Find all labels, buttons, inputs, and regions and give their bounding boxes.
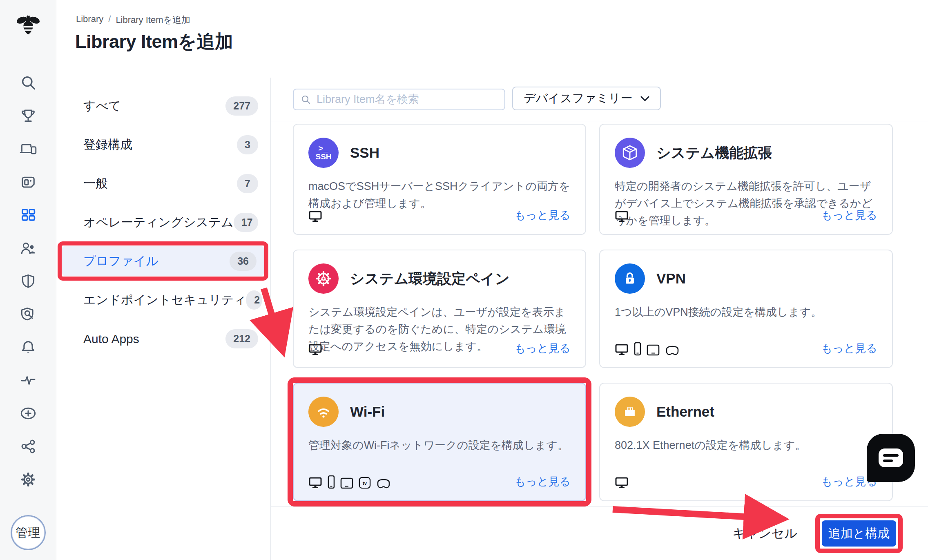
device-family-icons — [308, 210, 322, 223]
breadcrumb-parent[interactable]: Library — [76, 14, 103, 26]
sidebar-item-notifications[interactable] — [19, 339, 37, 355]
mac-icon — [308, 344, 322, 356]
sidebar-item-achievements[interactable] — [19, 107, 37, 124]
nav-label: 登録構成 — [83, 136, 132, 153]
icon-rail: 管理 — [0, 0, 56, 560]
ipad-icon — [340, 477, 353, 489]
sidebar-item-security[interactable] — [19, 273, 37, 289]
sidebar-item-library[interactable] — [19, 207, 37, 223]
nav-item-all[interactable]: すべて 277 — [56, 87, 270, 125]
chat-bubble-icon — [879, 448, 903, 467]
card-title: Ethernet — [656, 404, 714, 420]
ethernet-icon — [615, 397, 645, 427]
chat-launcher[interactable] — [867, 434, 915, 482]
admin-avatar-label: 管理 — [16, 524, 40, 541]
card-title: SSH — [350, 145, 379, 161]
card-preference-panes[interactable]: システム環境設定ペイン システム環境設定ペインは、ユーザが設定を表示または変更す… — [293, 250, 586, 368]
card-description: 802.1X Ethernetの設定を構成します。 — [615, 437, 877, 454]
device-family-icons — [615, 477, 629, 489]
count-badge: 3 — [237, 135, 258, 154]
card-title: Wi-Fi — [350, 404, 385, 420]
count-badge: 17 — [234, 213, 258, 232]
vision-pro-icon — [665, 345, 680, 356]
card-system-extensions[interactable]: システム機能拡張 特定の開発者のシステム機能拡張を許可し、ユーザがデバイス上でシ… — [599, 124, 893, 235]
card-wifi[interactable]: Wi-Fi 管理対象のWi-Fiネットワークの設定を構成します。 もっと見る — [293, 383, 586, 501]
sidebar-item-devices[interactable] — [19, 141, 37, 157]
shield-icon — [21, 274, 36, 288]
device-family-icons — [308, 475, 391, 489]
app-window: tv — [0, 0, 928, 560]
nav-item-profiles[interactable]: プロファイル 36 — [62, 246, 264, 276]
nav-item-os[interactable]: オペレーティングシステム 17 — [56, 203, 270, 242]
card-ssh[interactable]: >_ SSH SSH macOSでSSHサーバーとSSHクライアントの両方を構成… — [293, 124, 586, 235]
apple-tv-icon — [359, 477, 371, 489]
mac-icon — [615, 210, 629, 223]
card-vpn[interactable]: VPN 1つ以上のVPN接続の設定を構成します。 もっと見る — [599, 250, 893, 368]
activity-icon — [20, 373, 36, 387]
sidebar-item-search[interactable] — [19, 74, 37, 91]
nav-label: 一般 — [83, 175, 108, 192]
breadcrumb-current: Library Itemを追加 — [116, 14, 190, 26]
card-description: macOSでSSHサーバーとSSHクライアントの両方を構成および管理します。 — [308, 178, 571, 212]
sidebar-item-threat[interactable] — [19, 306, 37, 322]
preferences-gear-icon — [308, 263, 339, 294]
sidebar-item-blueprints[interactable] — [19, 174, 37, 190]
library-items-grid: >_ SSH SSH macOSでSSHサーバーとSSHクライアントの両方を構成… — [271, 121, 928, 506]
category-nav: すべて 277 登録構成 3 一般 7 オペレーティングシステム 17 プロファ… — [56, 78, 271, 560]
ssh-terminal-icon: >_ SSH — [308, 138, 339, 168]
content-area: デバイスファミリー >_ SSH SSH macOSでSS — [271, 78, 928, 560]
mac-icon — [615, 344, 629, 356]
card-title: VPN — [656, 270, 686, 287]
library-grid-icon — [20, 207, 36, 223]
toolbar: デバイスファミリー — [271, 78, 928, 121]
search-box[interactable] — [293, 89, 505, 110]
device-family-icons — [308, 344, 322, 356]
kandji-bee-logo[interactable] — [17, 14, 40, 36]
sidebar-item-add[interactable] — [19, 405, 37, 422]
sidebar-item-settings[interactable] — [19, 471, 37, 488]
nav-label: エンドポイントセキュリティ — [83, 292, 246, 308]
admin-avatar[interactable]: 管理 — [11, 515, 46, 550]
vision-pro-icon — [376, 478, 391, 489]
nav-item-general[interactable]: 一般 7 — [56, 164, 270, 203]
nav-item-enrollment[interactable]: 登録構成 3 — [56, 125, 270, 164]
threat-shield-icon — [20, 307, 36, 321]
nav-item-auto-apps[interactable]: Auto Apps 212 — [56, 319, 270, 358]
add-and-configure-button[interactable]: 追加と構成 — [822, 520, 896, 547]
see-more-link[interactable]: もっと見る — [821, 208, 877, 223]
device-family-filter[interactable]: デバイスファミリー — [512, 87, 661, 110]
nav-label: Auto Apps — [83, 332, 139, 346]
count-badge: 2 — [246, 290, 262, 310]
see-more-link[interactable]: もっと見る — [514, 208, 571, 223]
mac-icon — [615, 477, 629, 489]
see-more-link[interactable]: もっと見る — [514, 474, 571, 489]
lock-icon — [615, 263, 645, 294]
wifi-icon — [308, 397, 339, 427]
count-badge: 36 — [230, 252, 257, 271]
page-header: Library / Library Itemを追加 Library Itemを追… — [56, 0, 928, 77]
sidebar-item-activity[interactable] — [19, 372, 37, 388]
count-badge: 212 — [225, 329, 258, 348]
mac-icon — [308, 210, 322, 223]
count-badge: 277 — [225, 96, 258, 116]
sidebar-item-users[interactable] — [19, 240, 37, 256]
blueprint-icon — [20, 174, 36, 189]
sidebar-item-integrations[interactable] — [19, 438, 37, 455]
search-input[interactable] — [317, 93, 497, 106]
nav-label: すべて — [83, 98, 121, 114]
breadcrumb-separator: / — [108, 14, 111, 26]
gear-icon — [20, 472, 36, 487]
see-more-link[interactable]: もっと見る — [514, 341, 571, 356]
share-icon — [21, 439, 36, 454]
cancel-button[interactable]: キャンセル — [732, 525, 797, 542]
ssh-icon-label: SSH — [315, 152, 331, 162]
card-ethernet[interactable]: Ethernet 802.1X Ethernetの設定を構成します。 もっと見る — [599, 383, 893, 501]
search-icon — [301, 94, 311, 105]
nav-item-endpoint-security[interactable]: エンドポイントセキュリティ 2 — [56, 281, 270, 319]
card-title: システム機能拡張 — [656, 143, 772, 163]
ssh-icon-prompt: >_ — [319, 144, 329, 152]
see-more-link[interactable]: もっと見る — [821, 341, 877, 356]
card-description: 管理対象のWi-Fiネットワークの設定を構成します。 — [308, 437, 571, 454]
search-icon — [20, 75, 36, 90]
nav-label: プロファイル — [83, 253, 158, 270]
